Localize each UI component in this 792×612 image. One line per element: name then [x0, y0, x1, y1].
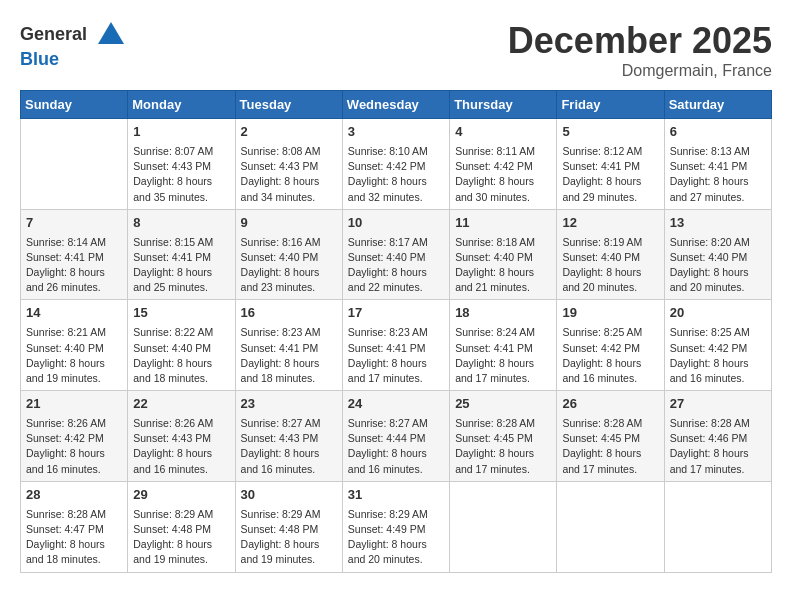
- month-title: December 2025: [508, 20, 772, 62]
- day-info: Sunrise: 8:26 AMSunset: 4:42 PMDaylight:…: [26, 416, 122, 477]
- calendar-week-row: 7Sunrise: 8:14 AMSunset: 4:41 PMDaylight…: [21, 209, 772, 300]
- day-info: Sunrise: 8:28 AMSunset: 4:46 PMDaylight:…: [670, 416, 766, 477]
- calendar-day-cell: 22Sunrise: 8:26 AMSunset: 4:43 PMDayligh…: [128, 391, 235, 482]
- day-number: 29: [133, 486, 229, 505]
- day-info: Sunrise: 8:14 AMSunset: 4:41 PMDaylight:…: [26, 235, 122, 296]
- calendar-day-cell: 29Sunrise: 8:29 AMSunset: 4:48 PMDayligh…: [128, 481, 235, 572]
- calendar-day-cell: 6Sunrise: 8:13 AMSunset: 4:41 PMDaylight…: [664, 119, 771, 210]
- day-number: 7: [26, 214, 122, 233]
- day-info: Sunrise: 8:10 AMSunset: 4:42 PMDaylight:…: [348, 144, 444, 205]
- calendar-day-cell: 10Sunrise: 8:17 AMSunset: 4:40 PMDayligh…: [342, 209, 449, 300]
- weekday-header-cell: Tuesday: [235, 91, 342, 119]
- calendar-day-cell: 24Sunrise: 8:27 AMSunset: 4:44 PMDayligh…: [342, 391, 449, 482]
- day-number: 23: [241, 395, 337, 414]
- day-number: 17: [348, 304, 444, 323]
- calendar-day-cell: 14Sunrise: 8:21 AMSunset: 4:40 PMDayligh…: [21, 300, 128, 391]
- day-number: 15: [133, 304, 229, 323]
- calendar-day-cell: 30Sunrise: 8:29 AMSunset: 4:48 PMDayligh…: [235, 481, 342, 572]
- calendar-week-row: 21Sunrise: 8:26 AMSunset: 4:42 PMDayligh…: [21, 391, 772, 482]
- calendar-day-cell: [21, 119, 128, 210]
- day-info: Sunrise: 8:08 AMSunset: 4:43 PMDaylight:…: [241, 144, 337, 205]
- logo-general: General: [20, 24, 87, 44]
- day-number: 9: [241, 214, 337, 233]
- day-number: 19: [562, 304, 658, 323]
- day-info: Sunrise: 8:26 AMSunset: 4:43 PMDaylight:…: [133, 416, 229, 477]
- day-info: Sunrise: 8:29 AMSunset: 4:49 PMDaylight:…: [348, 507, 444, 568]
- calendar-day-cell: 16Sunrise: 8:23 AMSunset: 4:41 PMDayligh…: [235, 300, 342, 391]
- day-number: 18: [455, 304, 551, 323]
- calendar-day-cell: 25Sunrise: 8:28 AMSunset: 4:45 PMDayligh…: [450, 391, 557, 482]
- day-info: Sunrise: 8:17 AMSunset: 4:40 PMDaylight:…: [348, 235, 444, 296]
- calendar-day-cell: 2Sunrise: 8:08 AMSunset: 4:43 PMDaylight…: [235, 119, 342, 210]
- calendar-week-row: 1Sunrise: 8:07 AMSunset: 4:43 PMDaylight…: [21, 119, 772, 210]
- calendar-day-cell: 11Sunrise: 8:18 AMSunset: 4:40 PMDayligh…: [450, 209, 557, 300]
- calendar-day-cell: 26Sunrise: 8:28 AMSunset: 4:45 PMDayligh…: [557, 391, 664, 482]
- calendar-day-cell: 17Sunrise: 8:23 AMSunset: 4:41 PMDayligh…: [342, 300, 449, 391]
- title-block: December 2025 Domgermain, France: [508, 20, 772, 80]
- day-info: Sunrise: 8:29 AMSunset: 4:48 PMDaylight:…: [133, 507, 229, 568]
- day-number: 25: [455, 395, 551, 414]
- day-info: Sunrise: 8:19 AMSunset: 4:40 PMDaylight:…: [562, 235, 658, 296]
- day-info: Sunrise: 8:28 AMSunset: 4:45 PMDaylight:…: [455, 416, 551, 477]
- calendar-day-cell: 13Sunrise: 8:20 AMSunset: 4:40 PMDayligh…: [664, 209, 771, 300]
- calendar-day-cell: 21Sunrise: 8:26 AMSunset: 4:42 PMDayligh…: [21, 391, 128, 482]
- svg-marker-0: [98, 22, 124, 44]
- weekday-header-cell: Monday: [128, 91, 235, 119]
- weekday-header-cell: Friday: [557, 91, 664, 119]
- calendar-day-cell: [664, 481, 771, 572]
- day-info: Sunrise: 8:25 AMSunset: 4:42 PMDaylight:…: [670, 325, 766, 386]
- day-number: 31: [348, 486, 444, 505]
- day-number: 11: [455, 214, 551, 233]
- calendar-day-cell: 8Sunrise: 8:15 AMSunset: 4:41 PMDaylight…: [128, 209, 235, 300]
- day-number: 16: [241, 304, 337, 323]
- calendar-day-cell: 3Sunrise: 8:10 AMSunset: 4:42 PMDaylight…: [342, 119, 449, 210]
- logo: General Blue: [20, 20, 126, 70]
- day-number: 27: [670, 395, 766, 414]
- calendar-day-cell: 28Sunrise: 8:28 AMSunset: 4:47 PMDayligh…: [21, 481, 128, 572]
- day-info: Sunrise: 8:25 AMSunset: 4:42 PMDaylight:…: [562, 325, 658, 386]
- weekday-header-cell: Saturday: [664, 91, 771, 119]
- calendar-week-row: 28Sunrise: 8:28 AMSunset: 4:47 PMDayligh…: [21, 481, 772, 572]
- day-number: 24: [348, 395, 444, 414]
- day-number: 5: [562, 123, 658, 142]
- day-info: Sunrise: 8:16 AMSunset: 4:40 PMDaylight:…: [241, 235, 337, 296]
- day-info: Sunrise: 8:12 AMSunset: 4:41 PMDaylight:…: [562, 144, 658, 205]
- calendar-day-cell: 18Sunrise: 8:24 AMSunset: 4:41 PMDayligh…: [450, 300, 557, 391]
- calendar-day-cell: 20Sunrise: 8:25 AMSunset: 4:42 PMDayligh…: [664, 300, 771, 391]
- day-number: 3: [348, 123, 444, 142]
- calendar-day-cell: 4Sunrise: 8:11 AMSunset: 4:42 PMDaylight…: [450, 119, 557, 210]
- weekday-header-cell: Sunday: [21, 91, 128, 119]
- calendar-table: SundayMondayTuesdayWednesdayThursdayFrid…: [20, 90, 772, 573]
- weekday-header-cell: Wednesday: [342, 91, 449, 119]
- day-info: Sunrise: 8:07 AMSunset: 4:43 PMDaylight:…: [133, 144, 229, 205]
- calendar-week-row: 14Sunrise: 8:21 AMSunset: 4:40 PMDayligh…: [21, 300, 772, 391]
- day-info: Sunrise: 8:21 AMSunset: 4:40 PMDaylight:…: [26, 325, 122, 386]
- weekday-header-cell: Thursday: [450, 91, 557, 119]
- logo-blue: Blue: [20, 49, 59, 69]
- day-info: Sunrise: 8:27 AMSunset: 4:44 PMDaylight:…: [348, 416, 444, 477]
- day-number: 8: [133, 214, 229, 233]
- calendar-day-cell: 27Sunrise: 8:28 AMSunset: 4:46 PMDayligh…: [664, 391, 771, 482]
- day-info: Sunrise: 8:28 AMSunset: 4:45 PMDaylight:…: [562, 416, 658, 477]
- day-number: 20: [670, 304, 766, 323]
- calendar-day-cell: 23Sunrise: 8:27 AMSunset: 4:43 PMDayligh…: [235, 391, 342, 482]
- day-info: Sunrise: 8:23 AMSunset: 4:41 PMDaylight:…: [348, 325, 444, 386]
- day-info: Sunrise: 8:24 AMSunset: 4:41 PMDaylight:…: [455, 325, 551, 386]
- day-number: 26: [562, 395, 658, 414]
- day-number: 1: [133, 123, 229, 142]
- calendar-day-cell: 5Sunrise: 8:12 AMSunset: 4:41 PMDaylight…: [557, 119, 664, 210]
- day-info: Sunrise: 8:18 AMSunset: 4:40 PMDaylight:…: [455, 235, 551, 296]
- day-info: Sunrise: 8:11 AMSunset: 4:42 PMDaylight:…: [455, 144, 551, 205]
- day-number: 22: [133, 395, 229, 414]
- day-info: Sunrise: 8:20 AMSunset: 4:40 PMDaylight:…: [670, 235, 766, 296]
- day-number: 21: [26, 395, 122, 414]
- day-number: 30: [241, 486, 337, 505]
- day-number: 2: [241, 123, 337, 142]
- day-info: Sunrise: 8:22 AMSunset: 4:40 PMDaylight:…: [133, 325, 229, 386]
- location: Domgermain, France: [508, 62, 772, 80]
- calendar-day-cell: 19Sunrise: 8:25 AMSunset: 4:42 PMDayligh…: [557, 300, 664, 391]
- day-number: 10: [348, 214, 444, 233]
- weekday-header-row: SundayMondayTuesdayWednesdayThursdayFrid…: [21, 91, 772, 119]
- calendar-day-cell: [450, 481, 557, 572]
- day-number: 14: [26, 304, 122, 323]
